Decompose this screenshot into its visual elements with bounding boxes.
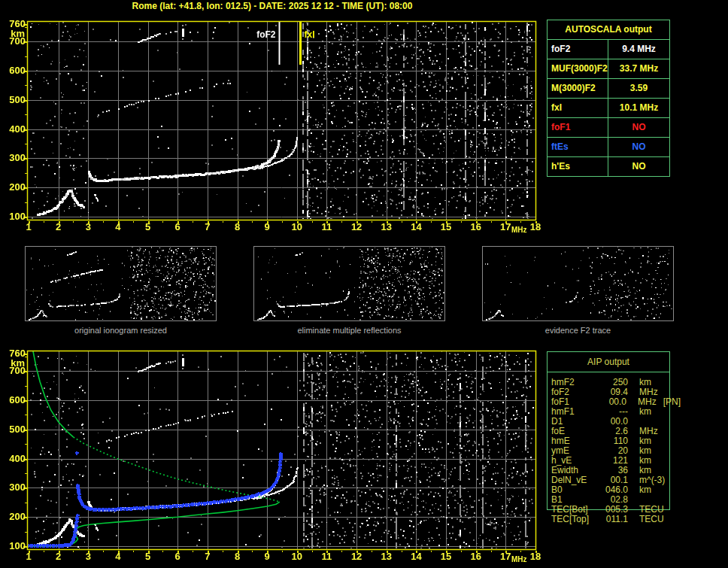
thumbnail-original-ionogram-canvas (26, 247, 216, 320)
autoscala-app-window: Rome (lat: +41.8, lon: 012.5) - DATE: 20… (0, 0, 728, 568)
aip-table-title: AIP output (548, 352, 669, 372)
table-row-fxi: fxI10.1 MHz (548, 98, 669, 117)
thumbnail-f2-trace-canvas (483, 247, 673, 320)
table-row-muf3000f2: MUF(3000)F233.7 MHz (548, 59, 669, 78)
thumbnail-multiple-reflections-canvas (254, 247, 444, 320)
aip-row-tectop: TEC[Top]011.1TECU (547, 515, 681, 524)
thumbnail-multiple-reflections-removed (253, 246, 445, 321)
table-row-fof1: foF1NO (548, 117, 669, 137)
station-date-time-title: Rome (lat: +41.8, lon: 012.5) - DATE: 20… (0, 1, 544, 11)
thumbnail-original-ionogram (25, 246, 217, 321)
thumbnail-caption: original ionogram resized (25, 326, 217, 335)
thumbnail-caption: eliminate multiple reflections (253, 326, 445, 335)
autoscala-output-table: AUTOSCALA output foF29.4 MHz MUF(3000)F2… (547, 20, 670, 177)
table-row-m3000f2: M(3000)F23.59 (548, 78, 669, 98)
table-row-fof2: foF29.4 MHz (548, 39, 669, 59)
aip-profile-ionogram-plot (0, 340, 544, 566)
aip-row-d1: D100.0 (547, 417, 681, 427)
thumbnail-caption: evidence F2 trace (482, 326, 674, 335)
thumbnail-f2-trace-evidence (482, 246, 674, 321)
table-row-ftes: ftEsNO (548, 137, 669, 156)
table-row-hes: h'EsNO (548, 156, 669, 176)
scaled-ionogram-plot (0, 12, 544, 238)
autoscala-table-title: AUTOSCALA output (548, 20, 669, 39)
aip-output-rows: hmF2250km foF209.4MHz foF100.0MHz[PN] hm… (547, 378, 681, 524)
